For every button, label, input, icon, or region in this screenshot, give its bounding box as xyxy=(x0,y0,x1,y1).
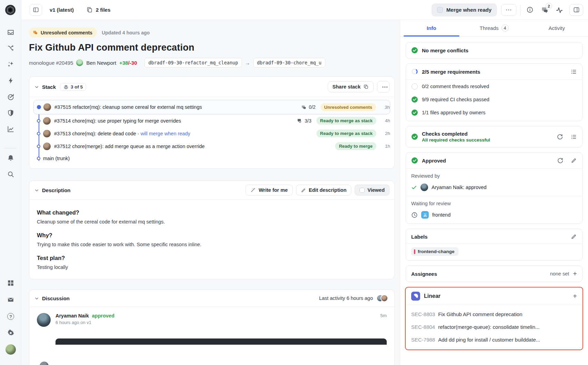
lightning-icon[interactable] xyxy=(6,76,16,85)
shield-icon[interactable] xyxy=(6,108,16,118)
magic-wand-icon xyxy=(250,187,256,193)
inbox-icon[interactable] xyxy=(6,28,16,37)
participant-avatars xyxy=(376,294,388,302)
add-linear-issue-button[interactable]: + xyxy=(573,293,577,300)
write-for-me-button[interactable]: Write for me xyxy=(245,185,292,196)
next-commenter-avatar xyxy=(40,362,49,365)
repo-and-number[interactable]: monologue #20495 xyxy=(29,60,73,66)
toggle-right-panel-button[interactable] xyxy=(569,4,583,16)
checklist-icon[interactable] xyxy=(570,134,577,140)
comment-time: 5m xyxy=(380,313,387,327)
source-branch-chip[interactable]: dbradf-09-30-refactor_mq_cleanup xyxy=(144,58,242,67)
pencil-icon[interactable] xyxy=(571,157,577,164)
reviewer-avatar[interactable] xyxy=(420,184,428,191)
pr-meta-row: monologue #20495 Ben Newport +38/-30 dbr… xyxy=(29,58,400,67)
label-color-bar xyxy=(414,249,415,254)
checklist-icon[interactable] xyxy=(570,69,577,75)
search-icon[interactable] xyxy=(6,169,16,179)
labels-card: Labels frontend-change xyxy=(406,229,582,261)
will-merge-link[interactable]: will merge when ready xyxy=(141,131,190,136)
tab-threads[interactable]: Threads 4 xyxy=(463,20,526,36)
user-avatar[interactable] xyxy=(6,344,16,355)
files-count[interactable]: 2 files xyxy=(86,7,111,13)
description-heading: Why? xyxy=(37,232,387,239)
review-card: Approved Reviewed by Aryaman Naik: appro… xyxy=(406,152,582,224)
more-actions-button[interactable]: ⋯ xyxy=(501,4,516,16)
refresh-icon[interactable] xyxy=(557,157,564,164)
stack-row[interactable]: #37513 chore(mq): delete dead code · wil… xyxy=(33,127,390,140)
no-merge-conflicts-text: No merge conflicts xyxy=(422,48,468,53)
graphite-logo[interactable] xyxy=(5,4,16,15)
insights-chart-icon[interactable] xyxy=(6,124,16,134)
mail-icon[interactable] xyxy=(6,295,16,304)
merge-when-ready-button[interactable]: Merge when ready xyxy=(432,3,497,17)
chevron-down-icon[interactable] xyxy=(34,84,39,90)
linear-issue-row[interactable]: SEC-7988 Add dd ping for install / custo… xyxy=(406,333,582,346)
notifications-bell-icon[interactable] xyxy=(6,153,16,163)
files-icon xyxy=(86,7,93,13)
stack-row-current[interactable]: #37515 refactor(mq): cleanup some cereal… xyxy=(33,100,390,114)
chevron-down-icon[interactable] xyxy=(34,188,39,193)
info-circle-icon[interactable] xyxy=(525,5,535,15)
reviewer-name[interactable]: Aryaman Naik: approved xyxy=(432,185,487,190)
review-status-title: Approved xyxy=(422,158,553,164)
merge-branches-icon[interactable] xyxy=(6,43,16,53)
linear-card-highlighted: Linear + SEC-8803 Fix Github API comment… xyxy=(405,287,583,350)
approved-check-icon xyxy=(411,185,417,190)
stack-row[interactable]: #37514 chore(mq): use proper typing for … xyxy=(33,114,390,127)
help-icon[interactable]: ? xyxy=(6,312,16,321)
commenter-name[interactable]: Aryaman Naik xyxy=(55,313,89,319)
stack-row[interactable]: #37512 chore(merge): add merge queue as … xyxy=(33,140,390,153)
team-name[interactable]: frontend xyxy=(432,212,450,218)
comments-button[interactable]: 2 xyxy=(541,6,549,14)
linear-title: Linear xyxy=(424,293,569,299)
status-badge: Unresolved comments xyxy=(29,28,97,38)
tab-info[interactable]: Info xyxy=(400,20,463,36)
trunk-row[interactable]: main (trunk) xyxy=(33,153,390,164)
viewed-toggle[interactable]: Viewed xyxy=(355,185,389,196)
linear-issue-row[interactable]: SEC-8804 refactor(merge-queue): consolid… xyxy=(406,321,582,333)
linear-issue-row[interactable]: SEC-8803 Fix Github API comment deprecat… xyxy=(406,308,582,321)
settings-gear-icon[interactable] xyxy=(6,328,16,338)
description-section-title[interactable]: Description xyxy=(42,187,71,193)
topbar-divider xyxy=(520,5,521,15)
author-name[interactable]: Ben Newport xyxy=(86,60,116,66)
discussion-card: Discussion Last activity 6 hours ago Ary… xyxy=(29,290,395,365)
activity-pulse-icon[interactable] xyxy=(556,6,563,14)
description-text: Testing locally xyxy=(37,264,387,270)
check-circle-icon xyxy=(411,47,418,54)
discussion-section-title[interactable]: Discussion xyxy=(42,295,70,301)
stack-section-title[interactable]: Stack xyxy=(42,84,56,90)
sync-check-icon[interactable] xyxy=(6,92,16,102)
toggle-left-panel-button[interactable] xyxy=(30,4,42,16)
pull-request-main: Unresolved comments Updated 4 hours ago … xyxy=(21,20,400,365)
description-text: Trying to make this code easier to work … xyxy=(37,242,387,247)
check-circle-icon xyxy=(411,96,418,103)
target-branch-chip[interactable]: dbradf-09-30-chore_mq_u xyxy=(253,58,325,67)
refresh-icon[interactable] xyxy=(557,134,563,140)
chevron-down-icon[interactable] xyxy=(34,296,39,301)
check-circle-icon xyxy=(411,109,418,116)
discussion-comment: Aryaman Naik approved 6 hours ago on v1 … xyxy=(29,307,394,330)
ai-sparkles-icon[interactable] xyxy=(6,60,16,69)
row-status-badge: Unresolved comments xyxy=(321,103,376,111)
edit-description-button[interactable]: Edit description xyxy=(296,185,352,196)
merge-when-ready-checkbox[interactable] xyxy=(437,7,443,13)
pencil-icon[interactable] xyxy=(571,233,577,240)
author-avatar[interactable] xyxy=(76,59,83,66)
commenter-avatar[interactable] xyxy=(37,313,51,327)
unresolved-comments-icon xyxy=(32,30,38,35)
row-status-badge: Ready to merge as stack xyxy=(316,117,376,125)
stack-more-button[interactable]: ⋯ xyxy=(377,81,389,93)
stack-dot xyxy=(37,132,40,135)
description-text: Cleanup some of the cereal code for exte… xyxy=(37,219,387,225)
label-chip[interactable]: frontend-change xyxy=(411,247,458,256)
version-selector[interactable]: v1 (latest) xyxy=(50,7,74,13)
add-assignee-button[interactable]: + xyxy=(573,270,577,277)
viewed-checkbox[interactable] xyxy=(359,188,365,193)
apps-grid-icon[interactable] xyxy=(6,278,16,288)
tab-activity[interactable]: Activity xyxy=(525,20,588,36)
share-stack-button[interactable]: Share stack xyxy=(328,81,374,92)
deletions-count: /-30 xyxy=(128,60,137,66)
left-navigation-rail: ? xyxy=(0,0,21,365)
